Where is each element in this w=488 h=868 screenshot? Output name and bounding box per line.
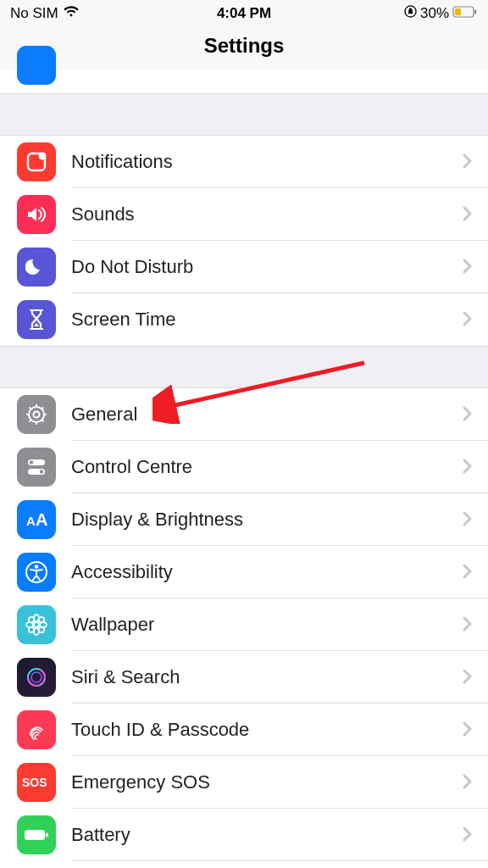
svg-text:A: A	[36, 510, 47, 529]
svg-text:SOS: SOS	[22, 776, 47, 789]
svg-point-32	[39, 627, 44, 632]
settings-group-1: Notifications Sounds Do Not Disturb Scre…	[0, 136, 488, 346]
settings-group-2: General Control Centre AA Display & Brig…	[0, 388, 488, 861]
row-label: General	[71, 403, 463, 426]
status-bar: No SIM 4:04 PM 30%	[0, 0, 488, 24]
chevron-right-icon	[463, 308, 488, 331]
row-label: Notifications	[71, 151, 463, 173]
text-size-icon: AA	[17, 500, 56, 539]
row-label: Screen Time	[71, 309, 463, 331]
sos-icon: SOS	[17, 763, 56, 802]
svg-rect-2	[455, 8, 461, 15]
settings-row-battery[interactable]: Battery	[0, 809, 488, 861]
chevron-right-icon	[463, 455, 488, 479]
settings-row-sounds[interactable]: Sounds	[0, 188, 488, 241]
section-gap	[0, 93, 488, 136]
svg-point-5	[39, 153, 47, 160]
chevron-right-icon	[463, 823, 488, 847]
settings-row-partial-bottom[interactable]	[0, 861, 488, 868]
chevron-right-icon	[463, 771, 488, 794]
svg-line-15	[42, 408, 44, 410]
settings-row-accessibility[interactable]: Accessibility	[0, 546, 488, 598]
settings-row-controlcentre[interactable]: Control Centre	[0, 441, 488, 493]
settings-row-partial-top[interactable]	[0, 70, 488, 93]
row-label: Display & Brightness	[71, 509, 463, 531]
chevron-right-icon	[463, 665, 488, 689]
page-title: Settings	[0, 24, 488, 70]
chevron-right-icon	[463, 718, 488, 742]
settings-row-siri[interactable]: Siri & Search	[0, 651, 488, 704]
settings-row-sos[interactable]: SOS Emergency SOS	[0, 756, 488, 809]
row-label: Wallpaper	[71, 614, 463, 636]
notifications-icon	[17, 142, 56, 181]
settings-row-touchid[interactable]: Touch ID & Passcode	[0, 704, 488, 756]
row-label: Touch ID & Passcode	[71, 719, 463, 741]
svg-point-7	[34, 412, 40, 418]
svg-rect-3	[474, 10, 476, 14]
settings-row-notifications[interactable]: Notifications	[0, 136, 488, 188]
chevron-right-icon	[463, 255, 488, 279]
row-label: Control Centre	[71, 456, 463, 478]
chevron-right-icon	[463, 203, 488, 226]
svg-point-30	[39, 617, 44, 622]
battery-icon	[17, 815, 56, 854]
svg-text:A: A	[26, 514, 36, 528]
svg-point-17	[30, 460, 33, 464]
svg-line-13	[42, 420, 44, 422]
row-label: Battery	[71, 824, 463, 846]
status-time: 4:04 PM	[217, 5, 271, 22]
wifi-icon	[64, 5, 79, 22]
carrier-text: No SIM	[10, 5, 58, 22]
svg-rect-38	[46, 833, 48, 837]
row-label: Do Not Disturb	[71, 256, 463, 278]
svg-point-24	[34, 622, 39, 627]
svg-line-14	[30, 420, 32, 422]
sounds-icon	[17, 195, 56, 234]
status-left: No SIM	[10, 5, 79, 22]
svg-point-23	[35, 565, 38, 568]
svg-rect-37	[25, 830, 45, 840]
row-label: Accessibility	[71, 561, 463, 583]
status-right: 30%	[404, 5, 478, 22]
settings-row-wallpaper[interactable]: Wallpaper	[0, 598, 488, 651]
settings-row-screentime[interactable]: Screen Time	[0, 293, 488, 346]
svg-point-29	[29, 617, 34, 622]
chevron-right-icon	[463, 560, 488, 584]
moon-icon	[17, 248, 56, 287]
orientation-lock-icon	[404, 5, 417, 22]
row-label: Sounds	[71, 203, 463, 225]
battery-percent: 30%	[420, 5, 449, 22]
row-label: Siri & Search	[71, 666, 463, 688]
settings-row-display[interactable]: AA Display & Brightness	[0, 493, 488, 546]
chevron-right-icon	[463, 150, 488, 174]
toggles-icon	[17, 448, 56, 487]
svg-point-19	[40, 470, 43, 473]
accessibility-icon	[17, 553, 56, 592]
hourglass-icon	[17, 300, 56, 339]
svg-point-35	[31, 672, 42, 682]
svg-point-31	[29, 627, 34, 632]
chevron-right-icon	[463, 403, 488, 426]
chevron-right-icon	[463, 508, 488, 531]
svg-line-12	[30, 408, 32, 410]
settings-row-general[interactable]: General	[0, 388, 488, 441]
battery-status-icon	[452, 5, 478, 22]
gear-icon	[17, 395, 56, 434]
fingerprint-icon	[17, 710, 56, 749]
prev-row-icon	[17, 46, 56, 85]
siri-icon	[17, 658, 56, 697]
section-gap	[0, 346, 488, 388]
chevron-right-icon	[463, 613, 488, 637]
flower-icon	[17, 605, 56, 644]
settings-row-dnd[interactable]: Do Not Disturb	[0, 241, 488, 293]
row-label: Emergency SOS	[71, 771, 463, 793]
